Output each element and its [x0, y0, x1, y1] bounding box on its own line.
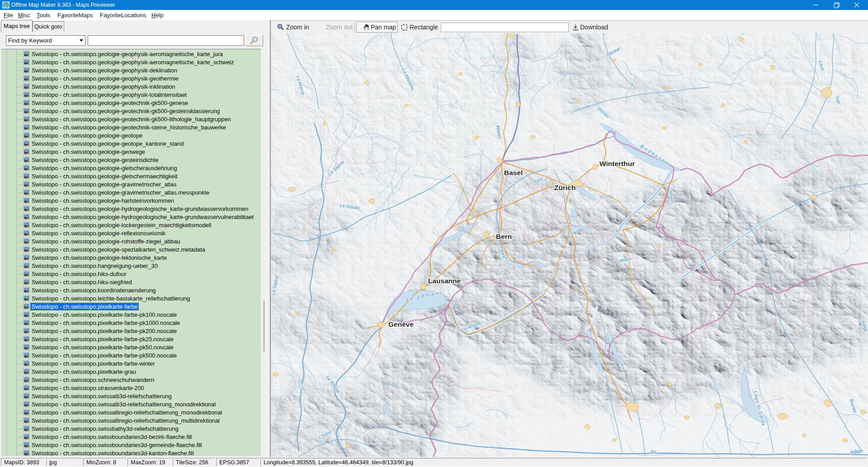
svg-text:Po: Po [650, 449, 656, 455]
svg-text:Genève: Genève [388, 320, 414, 328]
svg-text:Bern: Bern [496, 233, 512, 240]
svg-text:Zürich: Zürich [554, 184, 576, 191]
svg-text:Basel: Basel [504, 169, 523, 176]
svg-text:Lausanne: Lausanne [428, 277, 461, 285]
svg-text:Winterthur: Winterthur [599, 160, 635, 167]
